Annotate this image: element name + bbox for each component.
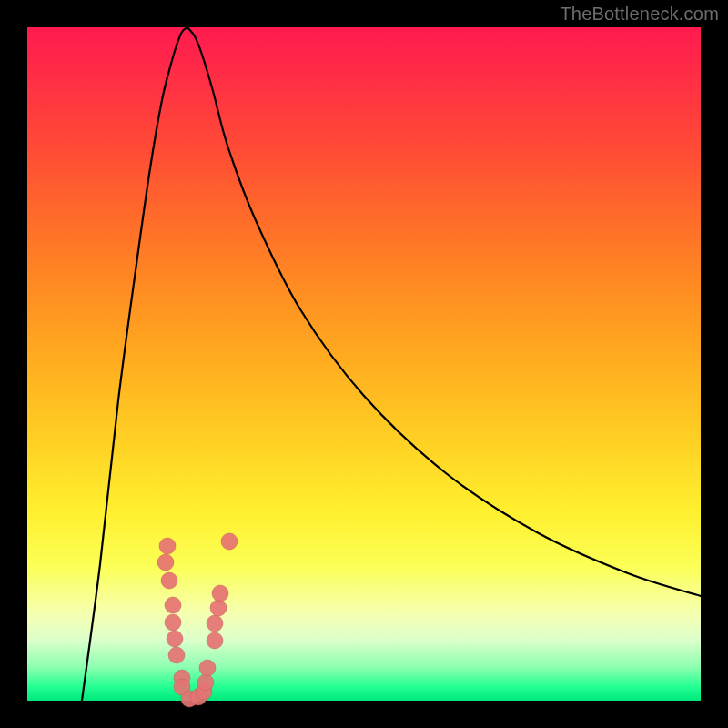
- data-marker: [168, 647, 185, 663]
- data-marker: [221, 533, 238, 550]
- chart-frame: TheBottleneck.com: [0, 0, 728, 728]
- data-marker: [159, 538, 176, 554]
- data-marker: [161, 572, 177, 589]
- data-marker: [197, 674, 214, 691]
- data-marker: [207, 615, 223, 632]
- curve-layer: [27, 27, 701, 701]
- data-marker: [210, 600, 227, 616]
- data-marker: [157, 554, 174, 571]
- plot-area: [27, 27, 701, 701]
- data-marker: [165, 597, 181, 613]
- data-marker: [199, 660, 216, 676]
- data-marker: [167, 631, 183, 647]
- data-marker: [207, 632, 223, 649]
- data-marker: [165, 614, 181, 631]
- curve-right-branch: [187, 27, 701, 596]
- data-marker: [212, 585, 228, 602]
- watermark-text: TheBottleneck.com: [560, 4, 719, 25]
